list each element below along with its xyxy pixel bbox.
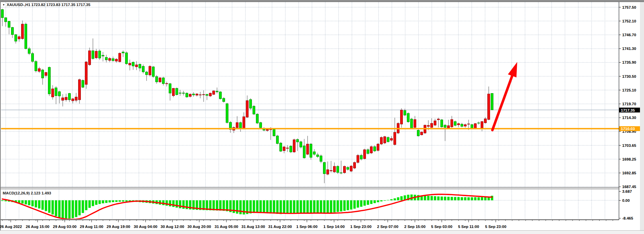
time-axis-label: 5 Sep 23:00 [485, 225, 506, 229]
macd-axis-label: 0.00 [622, 198, 630, 202]
time-axis-label: 31 Aug 05:00 [215, 225, 238, 229]
time-axis-label: 31 Aug 13:00 [241, 225, 265, 229]
time-axis-label: 2 Sep 07:00 [377, 225, 398, 229]
price-axis-label: 1741.30 [622, 47, 636, 51]
price-axis-label: 1725.10 [622, 88, 636, 92]
time-axis-label: 29 Aug 03:00 [53, 225, 77, 229]
price-axis-label: 1752.10 [622, 19, 636, 23]
chart-window: 1757.501752.101746.701741.301735.901730.… [0, 0, 644, 234]
macd-indicator-label: MACD(12,26,9) 2.123 1.493 [3, 191, 51, 195]
price-axis-label: 1757.50 [622, 5, 636, 9]
panel-separator[interactable] [1, 187, 619, 189]
macd-axis-label: 3.687 [622, 189, 632, 193]
time-axis-label: 26 Aug 15:00 [26, 225, 50, 229]
price-axis-label: 1687.45 [622, 185, 636, 189]
window-left-edge [0, 2, 1, 234]
symbol-ohlc-label: XAUUSD-,H1 1723.82 1723.83 1717.35 1717.… [7, 3, 91, 7]
price-axis-label: 1730.50 [622, 74, 636, 78]
bid-price-tag-label: 1717.35 [621, 108, 635, 112]
time-axis-label: 5 Sep 11:00 [458, 225, 479, 229]
price-axis-label: 1703.65 [622, 143, 636, 148]
time-axis-label: 31 Aug 22:00 [268, 225, 292, 229]
time-axis-label: 30 Aug 12:00 [161, 225, 184, 229]
time-axis-label: 26 Aug 2022 [0, 225, 22, 229]
time-axis-label: 29 Aug 11:00 [80, 225, 103, 229]
symbol-dropdown-icon[interactable]: ▼ [2, 3, 5, 6]
window-top-edge [0, 0, 644, 2]
time-axis-label: 1 Sep 14:00 [323, 225, 344, 229]
price-axis-label: 1698.25 [622, 157, 636, 161]
price-axis-label: 1714.30 [622, 116, 636, 120]
time-axis-label: 30 Aug 04:00 [134, 225, 158, 229]
time-axis-label: 30 Aug 20:00 [187, 225, 211, 229]
price-axis-label: 1746.70 [622, 33, 636, 37]
price-axis-label: 1719.70 [622, 102, 636, 106]
hline-price-tag: 1710.03 [619, 126, 640, 131]
price-axis-label: 1735.90 [622, 60, 636, 64]
window-right-strip [640, 2, 644, 230]
time-axis-label: 1 Sep 23:00 [350, 225, 371, 229]
hline-price-tag-label: 1710.03 [621, 127, 635, 131]
window-bottom-strip [0, 231, 644, 234]
time-axis-label: 29 Aug 19:00 [107, 225, 130, 229]
time-axis-label: 1 Sep 06:00 [296, 225, 317, 229]
time-axis-label: 5 Sep 03:00 [431, 225, 452, 229]
macd-axis-label: -8.465 [622, 216, 633, 220]
bid-price-tag: 1717.35 [619, 108, 640, 113]
time-axis-label: 2 Sep 15:00 [404, 225, 425, 229]
symbol-header[interactable]: ▼ XAUUSD-,H1 1723.82 1723.83 1717.35 171… [2, 3, 91, 7]
price-axis-label: 1692.85 [622, 171, 636, 175]
